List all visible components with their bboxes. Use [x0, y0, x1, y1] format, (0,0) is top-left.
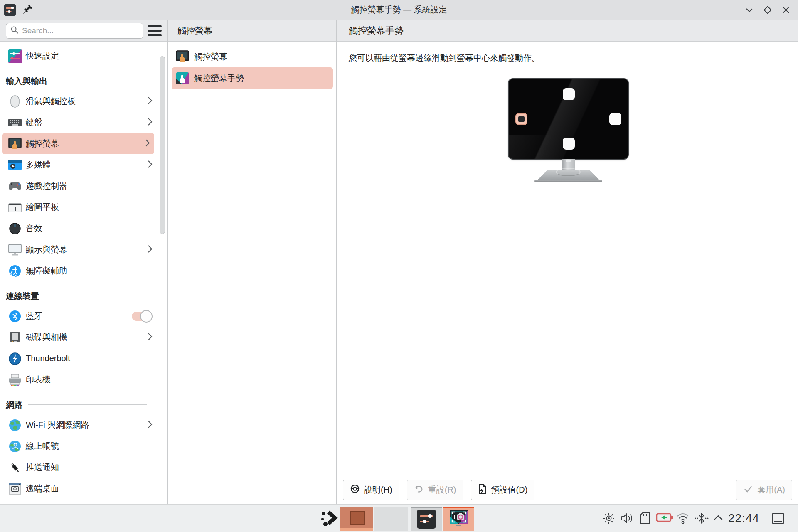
sidebar-scrollbar[interactable]: [157, 42, 167, 504]
sidebar-item-drawing-tablet[interactable]: 繪圖平板: [0, 197, 157, 218]
task-spectacle[interactable]: [443, 507, 474, 531]
top-edge-gesture-button[interactable]: [563, 88, 575, 100]
display-icon: [8, 243, 22, 256]
brightness-icon[interactable]: [603, 512, 615, 526]
sidebar-item-mouse-touchpad[interactable]: 滑鼠與觸控板: [0, 91, 157, 112]
sidebar-item-display-monitor[interactable]: 顯示與螢幕: [0, 239, 157, 260]
sidebar-list: 快速設定 輸入與輸出 滑鼠與觸控板: [0, 42, 157, 504]
connector-icon: [8, 461, 22, 474]
volume-icon[interactable]: [621, 512, 634, 526]
page-title: 觸控螢幕手勢: [337, 20, 798, 42]
battery-charging-icon[interactable]: [656, 512, 673, 525]
touchscreen-icon: [8, 137, 22, 150]
sidebar-item-touchscreen[interactable]: 觸控螢幕: [2, 133, 154, 154]
show-desktop-button[interactable]: [772, 513, 784, 524]
check-icon: [743, 484, 753, 496]
remote-desktop-icon: [8, 482, 22, 495]
help-button[interactable]: 說明(H): [343, 480, 399, 500]
subcategory-panel: 觸控螢幕 觸控螢幕 觸控螢幕手勢: [168, 20, 337, 504]
search-icon: [10, 26, 19, 36]
monitor-screen: [509, 79, 628, 159]
virtual-desktop-1[interactable]: [340, 507, 373, 531]
chevron-right-icon: [148, 420, 153, 430]
tray-expand-icon[interactable]: [712, 512, 725, 525]
monitor-stand-foot: [534, 180, 602, 182]
touchscreen-gestures-icon: [176, 71, 189, 85]
thunderbolt-icon: [8, 352, 22, 365]
apply-button[interactable]: 套用(A): [736, 480, 792, 500]
minimize-button[interactable]: [743, 4, 756, 16]
virtual-desktop-2[interactable]: [374, 507, 408, 531]
titlebar[interactable]: 觸控螢幕手勢 — 系統設定: [0, 0, 798, 20]
maximize-button[interactable]: [761, 4, 774, 16]
search-input[interactable]: [22, 26, 139, 35]
footer-toolbar: 說明(H) 重設(R) 預設值(D): [337, 475, 798, 504]
main-panel: 觸控螢幕手勢 您可以藉由從螢幕邊緣滑動到螢幕中心來觸發動作。: [337, 20, 798, 504]
sidebar-section-input-output: 輸入與輸出: [0, 66, 157, 91]
system-settings-task-icon: [417, 510, 436, 529]
task-system-settings[interactable]: [411, 507, 442, 531]
multimedia-icon: [8, 158, 22, 172]
chevron-right-icon: [145, 139, 150, 149]
globe-icon: [8, 419, 22, 432]
bluetooth-icon: [8, 310, 22, 323]
undo-icon: [414, 484, 424, 496]
accessibility-icon: [8, 264, 22, 278]
close-button[interactable]: [780, 4, 792, 16]
printer-icon: [8, 373, 22, 387]
sidebar: 快速設定 輸入與輸出 滑鼠與觸控板: [0, 20, 168, 504]
search-box[interactable]: [6, 23, 143, 39]
system-settings-window: 觸控螢幕手勢 — 系統設定: [0, 0, 798, 504]
subcategory-header: 觸控螢幕: [168, 20, 336, 42]
app-launcher-icon[interactable]: [320, 510, 339, 528]
sidebar-item-thunderbolt[interactable]: Thunderbolt: [0, 348, 157, 369]
help-icon: [350, 484, 360, 496]
sidebar-item-push-notifications[interactable]: 推送通知: [0, 457, 157, 478]
defaults-button[interactable]: 預設值(D): [471, 480, 535, 500]
window-title: 觸控螢幕手勢 — 系統設定: [0, 4, 798, 15]
quick-settings-icon: [8, 49, 22, 63]
list-item-touchscreen[interactable]: 觸控螢幕: [172, 46, 333, 67]
right-edge-gesture-button[interactable]: [609, 113, 621, 125]
sd-card-icon[interactable]: [640, 512, 650, 526]
taskbar: 22:44: [0, 504, 798, 532]
sidebar-item-multimedia[interactable]: 多媒體: [0, 154, 157, 175]
sidebar-item-keyboard[interactable]: 鍵盤: [0, 112, 157, 133]
online-accounts-icon: [8, 440, 22, 453]
bottom-edge-gesture-button[interactable]: [563, 138, 575, 150]
left-edge-gesture-button-selected[interactable]: [515, 113, 527, 125]
chevron-right-icon: [148, 96, 153, 106]
sidebar-item-quick-settings[interactable]: 快速設定: [0, 45, 157, 66]
sidebar-item-accessibility[interactable]: 無障礙輔助: [0, 260, 157, 281]
document-icon: [478, 484, 487, 496]
sidebar-item-printers[interactable]: 印表機: [0, 369, 157, 390]
sidebar-item-remote-desktop[interactable]: 遠端桌面: [0, 478, 157, 499]
reset-button[interactable]: 重設(R): [407, 480, 463, 500]
disk-icon: [8, 331, 22, 344]
sidebar-item-online-accounts[interactable]: 線上帳號: [0, 436, 157, 457]
menu-icon[interactable]: [148, 25, 162, 36]
chevron-right-icon: [148, 245, 153, 255]
desktop-1-window: [350, 511, 365, 525]
sidebar-item-game-controller[interactable]: 遊戲控制器: [0, 175, 157, 197]
wifi-icon[interactable]: [676, 512, 690, 525]
chevron-right-icon: [148, 160, 153, 170]
bluetooth-toggle[interactable]: [132, 312, 152, 321]
list-item-touchscreen-gestures[interactable]: 觸控螢幕手勢: [172, 67, 333, 89]
sidebar-item-wifi-internet[interactable]: Wi-Fi 與網際網路: [0, 414, 157, 436]
chevron-right-icon: [148, 118, 153, 128]
spectacle-task-icon: [449, 509, 469, 529]
sidebar-item-disks-cameras[interactable]: 磁碟與相機: [0, 327, 157, 348]
touchscreen-icon: [176, 50, 189, 63]
sidebar-item-sound[interactable]: 音效: [0, 218, 157, 239]
subcategory-scrollbar[interactable]: [332, 42, 336, 504]
chevron-right-icon: [148, 332, 153, 342]
clipped-section-header: [17, 501, 133, 503]
monitor-stand-ring: [556, 168, 581, 176]
sidebar-item-bluetooth[interactable]: 藍牙: [0, 305, 157, 327]
sidebar-scrollbar-thumb[interactable]: [160, 56, 165, 234]
clock[interactable]: 22:44: [728, 512, 759, 525]
mouse-icon: [8, 95, 22, 108]
drawing-tablet-icon: [8, 201, 22, 214]
bluetooth-tray-icon[interactable]: [694, 512, 709, 526]
